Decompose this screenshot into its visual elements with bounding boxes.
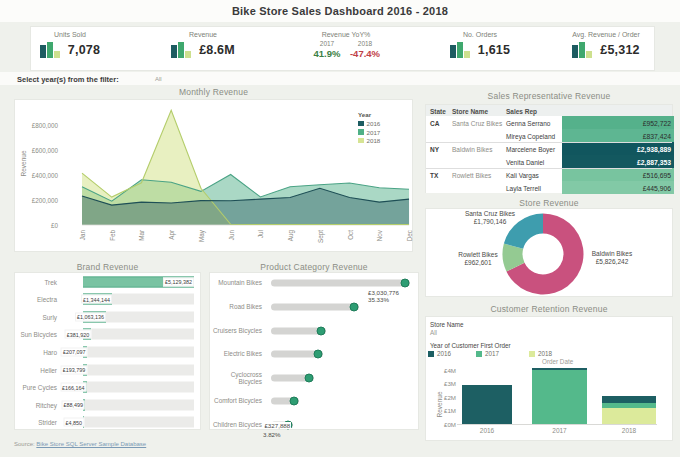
retention-y-tick: £2M <box>432 393 456 400</box>
category-row[interactable]: Comfort Bicycles <box>210 392 418 410</box>
brand-row[interactable]: Heller£193,799 <box>15 361 200 379</box>
year-filter-bar: Select year(s) from the filter: All <box>0 72 680 85</box>
table-row[interactable]: NYBaldwin BikesMarcelene Boyer£2,938,889 <box>426 142 672 155</box>
retention-bar-2016-cohort-2016[interactable] <box>462 385 512 424</box>
table-header-cell[interactable]: State <box>430 107 446 114</box>
monthly-x-tick: Mar <box>138 230 145 241</box>
customer-retention-chart[interactable]: Store Name All Year of Customer First Or… <box>425 316 673 441</box>
sales-rep-table[interactable]: StateStore NameSales RepCASanta Cruz Bik… <box>425 104 673 193</box>
monthly-legend: Year 201620172018 <box>358 111 380 144</box>
table-row[interactable]: CASanta Cruz BikesGenna Serrano£952,722 <box>426 116 672 129</box>
brand-value-label: £166,164 <box>60 383 86 392</box>
retention-y-tick: £1M <box>432 407 456 414</box>
kpi-avg-revenue-label: Avg. Revenue / Order <box>563 31 649 38</box>
category-label: Cruisers Bicycles <box>210 327 262 335</box>
retention-bar-2018-cohort-2016[interactable] <box>602 396 656 403</box>
table-header-cell[interactable]: Sales Rep <box>506 107 537 114</box>
kpi-revenue-yoy-label: Revenue YoY% <box>301 31 391 38</box>
table-row[interactable]: Venita Daniel£2,887,353 <box>426 155 672 168</box>
category-label: Cyclocross Bicycles <box>210 370 262 385</box>
brand-row[interactable]: Ritchey£88,499 <box>15 396 200 414</box>
monthly-legend-item[interactable]: 2016 <box>358 120 380 127</box>
revenue-value-text: £2,938,889 <box>637 145 671 152</box>
cell-revenue-value: £952,722 <box>562 116 674 129</box>
retention-x-axis-line <box>457 424 657 425</box>
year-filter-dropdown[interactable]: All <box>155 76 162 82</box>
category-label: Comfort Bicycles <box>210 398 262 406</box>
monthly-x-tick: Dec <box>406 230 413 241</box>
brand-row[interactable]: Sun Bicycles£381,920 <box>15 326 200 344</box>
monthly-legend-item[interactable]: 2018 <box>358 137 380 144</box>
table-row[interactable]: Layla Terrell£445,906 <box>426 181 672 194</box>
brand-row[interactable]: Electra£1,344,144 <box>15 291 200 309</box>
retention-legend-item[interactable]: 2016 <box>428 350 451 357</box>
mini-bar-chart-icon <box>450 41 471 58</box>
brand-category-label: Electra <box>15 296 57 303</box>
store-revenue-donut-chart[interactable]: Santa Cruz Bikes£1,790,146Rowlett Bikes£… <box>425 208 673 297</box>
kpi-yoy-2017-value: 41.9% <box>310 48 344 59</box>
kpi-yoy-2017: 2017 41.9% <box>310 40 344 59</box>
retention-legend-item[interactable]: 2017 <box>476 350 499 357</box>
retention-y-tick: £4M <box>432 366 456 373</box>
category-row[interactable]: Cyclocross Bicycles <box>210 369 418 387</box>
brand-row[interactable]: Trek£5,129,382 <box>15 273 200 291</box>
retention-bar-2017-cohort-2017[interactable] <box>532 370 587 424</box>
monthly-revenue-chart[interactable]: Revenue £0£200,000£400,000£600,000£800,0… <box>14 99 413 252</box>
brand-bar-track <box>83 417 194 428</box>
cell-revenue-value: £445,906 <box>562 181 674 194</box>
kpi-avg-revenue: Avg. Revenue / Order £5,312 <box>563 27 649 70</box>
category-dot <box>401 279 410 288</box>
brand-category-label: Strider <box>15 419 57 426</box>
brand-bar-track <box>83 346 194 357</box>
cell-sales-rep: Genna Serrano <box>506 119 550 126</box>
cell-sales-rep: Mireya Copeland <box>506 132 555 139</box>
source-link[interactable]: Bike Store SQL Server Sample Database <box>36 441 146 447</box>
brand-row[interactable]: Surly£1,063,136 <box>15 308 200 326</box>
table-header-cell[interactable]: Store Name <box>452 107 488 114</box>
retention-bar-2018-cohort-2018[interactable] <box>602 408 656 424</box>
store-name-filter-value[interactable]: All <box>430 329 437 336</box>
product-category-chart[interactable]: Mountain Bikes£3,030,77635.33%Road Bikes… <box>209 272 419 430</box>
table-row[interactable]: Mireya Copeland£837,424 <box>426 129 672 142</box>
brand-value-label: £1,063,136 <box>75 312 106 321</box>
revenue-value-text: £2,887,353 <box>637 158 671 165</box>
brand-row[interactable]: Pure Cycles£166,164 <box>15 378 200 396</box>
legend-label: 2018 <box>367 137 381 144</box>
legend-label: 2017 <box>367 129 381 136</box>
revenue-value-text: £837,424 <box>643 132 671 139</box>
category-row[interactable]: Cruisers Bicycles <box>210 322 418 340</box>
cell-sales-rep: Layla Terrell <box>506 184 541 191</box>
cell-revenue-value: £837,424 <box>562 129 674 142</box>
year-filter-label: Select year(s) from the filter: <box>17 75 119 84</box>
brand-revenue-chart[interactable]: Trek£5,129,382Electra£1,344,144Surly£1,0… <box>14 272 201 430</box>
cell-state: TX <box>430 171 438 178</box>
brand-row[interactable]: Haro£207,097 <box>15 343 200 361</box>
retention-x-axis-title: Order Date <box>542 358 573 365</box>
monthly-legend-item[interactable]: 2017 <box>358 129 380 136</box>
retention-legend-item[interactable]: 2018 <box>529 350 552 357</box>
retention-bar-2017-cohort-2016[interactable] <box>532 368 587 370</box>
monthly-x-tick: Sept <box>317 230 324 243</box>
category-row[interactable]: Electric Bikes <box>210 345 418 363</box>
kpi-units-sold-label: Units Sold <box>31 31 109 38</box>
brand-bar-track <box>83 399 194 410</box>
retention-bar-2018-cohort-2017[interactable] <box>602 403 656 409</box>
cell-revenue-value: £516,695 <box>562 168 674 181</box>
brand-value-label: £88,499 <box>61 400 85 409</box>
legend-swatch-2018 <box>529 351 535 357</box>
category-row[interactable]: Children Bicycles <box>210 416 418 434</box>
cell-store-name: Santa Cruz Bikes <box>452 119 502 126</box>
kpi-revenue-value: £8.6M <box>199 43 235 57</box>
brand-value-label: £381,920 <box>65 330 91 339</box>
category-label: Electric Bikes <box>210 350 262 358</box>
table-row[interactable]: TXRowlett BikesKali Vargas£516,695 <box>426 168 672 181</box>
brand-value-label: £207,097 <box>61 347 87 356</box>
legend-label: 2017 <box>485 350 499 357</box>
brand-row[interactable]: Strider£4,850 <box>15 413 200 431</box>
legend-label: 2018 <box>538 350 552 357</box>
brand-bar-track <box>83 382 194 393</box>
store-name-filter-label: Store Name <box>430 321 464 328</box>
category-row[interactable]: Road Bikes <box>210 298 418 316</box>
legend-swatch-2016 <box>428 351 434 357</box>
cell-sales-rep: Kali Vargas <box>506 171 539 178</box>
